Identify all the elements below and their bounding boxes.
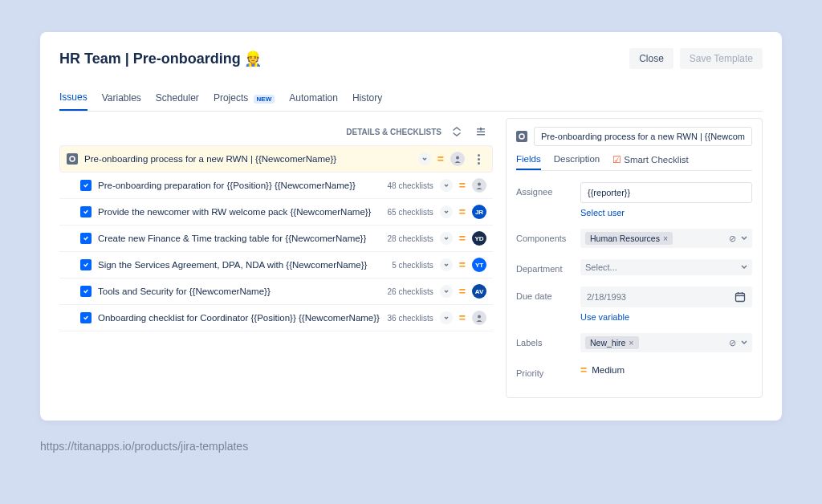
labels-select[interactable]: New_hire × ⊘: [580, 333, 752, 352]
issue-row-child[interactable]: Sign the Services Agreement, DPA, NDA wi…: [59, 252, 493, 278]
issue-row-child[interactable]: Create new Finance & Time tracking table…: [59, 226, 493, 252]
checklist-count: 26 checklists: [388, 287, 433, 296]
parent-issue-icon: [516, 131, 527, 142]
subtask-icon: [80, 206, 92, 217]
expand-icon[interactable]: [440, 232, 453, 245]
priority-icon: =: [580, 364, 587, 376]
avatar[interactable]: AV: [472, 284, 486, 299]
remove-chip-icon[interactable]: ×: [663, 234, 668, 243]
sub-tab-smart-checklist[interactable]: ☑Smart Checklist: [612, 154, 689, 170]
settings-icon[interactable]: [472, 123, 490, 140]
issue-title: Provide the newcomer with RW welcome pac…: [98, 207, 381, 217]
expand-icon[interactable]: [418, 152, 431, 165]
expand-icon[interactable]: [440, 311, 453, 324]
issue-title-input[interactable]: [534, 127, 752, 146]
svg-point-5: [456, 156, 459, 160]
remove-chip-icon[interactable]: ×: [629, 338, 633, 348]
page-title: HR Team | Pre-onboarding 👷: [59, 50, 262, 67]
component-chip: Human Resources ×: [585, 232, 673, 245]
source-url: https://titanapps.io/products/jira-templ…: [40, 440, 822, 453]
assignee-input[interactable]: [580, 182, 752, 203]
avatar[interactable]: [472, 178, 486, 193]
issue-title: Sign the Services Agreement, DPA, NDA wi…: [98, 260, 385, 270]
issue-row-child[interactable]: Tools and Security for {{NewcomerName}}2…: [59, 278, 493, 305]
priority-value[interactable]: = Medium: [580, 364, 752, 376]
field-label: Labels: [516, 333, 580, 348]
label-chip: New_hire ×: [585, 336, 639, 349]
detail-sub-tabs: Fields Description ☑Smart Checklist: [516, 154, 752, 171]
field-due-date: Due date 2/18/1993 Use variable: [516, 287, 752, 322]
svg-rect-1: [477, 132, 485, 133]
tab-projects[interactable]: Projects NEW: [214, 92, 275, 110]
details-label: DETAILS & CHECKLISTS: [346, 128, 442, 136]
title-emoji: 👷: [244, 50, 262, 67]
subtask-icon: [80, 233, 92, 244]
checklist-count: 5 checklists: [392, 261, 433, 270]
tab-projects-label: Projects: [214, 92, 248, 104]
tab-history[interactable]: History: [352, 92, 382, 110]
smart-checklist-icon: ☑: [612, 155, 621, 165]
svg-rect-2: [477, 134, 485, 136]
field-label: Assignee: [516, 182, 580, 197]
use-variable-link[interactable]: Use variable: [580, 312, 752, 322]
issue-title: Pre-onboarding process for a new RWN | {…: [84, 154, 412, 164]
priority-icon: =: [437, 152, 444, 165]
tab-issues[interactable]: Issues: [59, 91, 87, 111]
content: DETAILS & CHECKLISTS Pre-onboarding proc…: [59, 118, 763, 398]
priority-icon: =: [459, 232, 466, 245]
subtask-icon: [80, 286, 92, 297]
more-icon[interactable]: [471, 154, 486, 165]
clear-icon[interactable]: ⊘: [729, 338, 736, 348]
save-template-button[interactable]: Save Template: [680, 48, 763, 69]
department-select[interactable]: Select...: [580, 259, 752, 275]
field-assignee: Assignee Select user: [516, 182, 752, 217]
field-label: Components: [516, 229, 580, 243]
expand-icon[interactable]: [440, 285, 453, 298]
field-label: Due date: [516, 287, 580, 301]
svg-point-7: [478, 315, 481, 319]
subtask-icon: [80, 312, 92, 323]
header: HR Team | Pre-onboarding 👷 Close Save Te…: [59, 48, 763, 69]
issue-row-child[interactable]: Onboarding checklist for Coordinator {{P…: [59, 305, 493, 331]
svg-point-8: [519, 134, 524, 139]
select-user-link[interactable]: Select user: [580, 208, 752, 217]
issue-title: Onboarding checklist for Coordinator {{P…: [98, 313, 381, 323]
sub-tab-description[interactable]: Description: [554, 154, 600, 170]
tab-variables[interactable]: Variables: [102, 92, 141, 110]
checklist-count: 65 checklists: [388, 208, 433, 217]
avatar[interactable]: [450, 152, 465, 166]
chip-text: New_hire: [590, 338, 625, 348]
svg-point-6: [478, 183, 481, 186]
avatar[interactable]: [472, 311, 486, 325]
avatar[interactable]: JR: [472, 205, 486, 219]
expand-icon[interactable]: [440, 258, 453, 271]
calendar-icon[interactable]: [735, 291, 746, 303]
expand-icon[interactable]: [440, 205, 453, 218]
tab-scheduler[interactable]: Scheduler: [156, 92, 199, 110]
priority-icon: =: [459, 205, 466, 218]
field-labels: Labels New_hire × ⊘: [516, 333, 752, 352]
priority-icon: =: [459, 179, 466, 192]
avatar[interactable]: YT: [472, 258, 486, 272]
chevron-down-icon[interactable]: [741, 235, 747, 242]
issue-row-parent[interactable]: Pre-onboarding process for a new RWN | {…: [59, 145, 493, 173]
avatar[interactable]: YD: [472, 231, 486, 246]
field-components: Components Human Resources × ⊘: [516, 229, 752, 248]
checklist-count: 48 checklists: [388, 181, 433, 190]
sub-tab-fields[interactable]: Fields: [516, 154, 541, 170]
chevron-down-icon[interactable]: [741, 264, 747, 270]
tab-automation[interactable]: Automation: [289, 92, 338, 110]
due-date-input[interactable]: 2/18/1993: [580, 287, 752, 307]
field-label: Department: [516, 259, 580, 274]
issue-row-child[interactable]: Pre-onboarding preparation for {{Positio…: [59, 173, 493, 199]
expand-toggle-icon[interactable]: [448, 123, 466, 140]
field-priority: Priority = Medium: [516, 364, 752, 378]
subtask-icon: [80, 259, 92, 270]
expand-icon[interactable]: [440, 179, 453, 192]
chevron-down-icon[interactable]: [741, 339, 747, 346]
issue-title: Tools and Security for {{NewcomerName}}: [98, 287, 381, 296]
components-select[interactable]: Human Resources × ⊘: [580, 229, 752, 248]
issue-row-child[interactable]: Provide the newcomer with RW welcome pac…: [59, 199, 493, 226]
close-button[interactable]: Close: [629, 48, 673, 69]
clear-icon[interactable]: ⊘: [729, 234, 736, 244]
